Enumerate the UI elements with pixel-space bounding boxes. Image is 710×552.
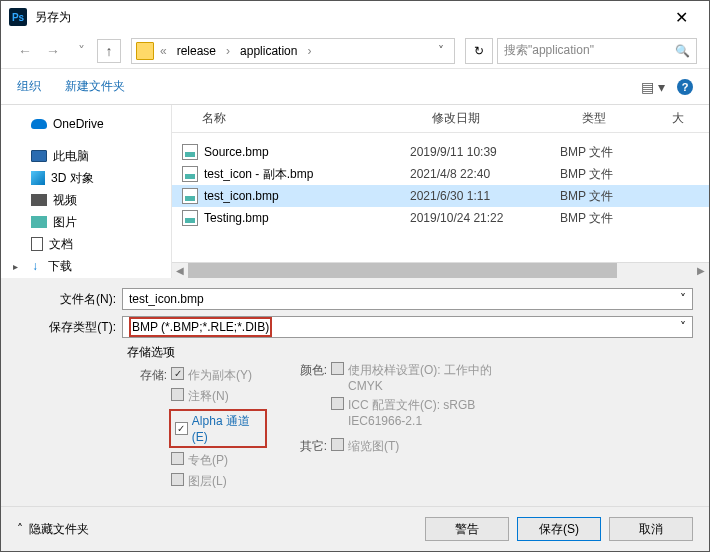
- up-button[interactable]: ↑: [97, 39, 121, 63]
- titlebar: Ps 另存为 ✕: [1, 1, 709, 33]
- video-icon: [31, 194, 47, 206]
- file-pane: 名称 修改日期 类型 大 Source.bmp 2019/9/11 10:39 …: [171, 105, 709, 278]
- filetype-label: 保存类型(T):: [17, 319, 122, 336]
- scroll-left[interactable]: ◀: [172, 263, 188, 278]
- new-folder-button[interactable]: 新建文件夹: [65, 78, 125, 95]
- chevron-down-icon[interactable]: ˅: [680, 292, 686, 306]
- picture-icon: [31, 216, 47, 228]
- pc-icon: [31, 150, 47, 162]
- file-row[interactable]: Testing.bmp 2019/10/24 21:22 BMP 文件: [172, 207, 709, 229]
- sidebar-3d[interactable]: 3D 对象: [1, 167, 171, 189]
- expand-icon[interactable]: ▸: [13, 261, 18, 272]
- cube-icon: [31, 171, 45, 185]
- col-name[interactable]: 名称: [202, 110, 432, 127]
- alpha-checkbox[interactable]: [175, 422, 188, 435]
- breadcrumb-item[interactable]: application: [236, 42, 301, 60]
- dialog-title: 另存为: [35, 9, 661, 26]
- as-copy-checkbox: [171, 367, 184, 380]
- form-area: 文件名(N): test_icon.bmp ˅ 保存类型(T): BMP (*.…: [1, 278, 709, 506]
- col-type[interactable]: 类型: [582, 110, 672, 127]
- recent-dropdown[interactable]: ˅: [69, 39, 93, 63]
- sidebar-documents[interactable]: 文档: [1, 233, 171, 255]
- folder-icon: [136, 42, 154, 60]
- bmp-icon: [182, 144, 198, 160]
- sidebar-onedrive[interactable]: OneDrive: [1, 113, 171, 135]
- bmp-icon: [182, 210, 198, 226]
- sidebar-thispc[interactable]: 此电脑: [1, 145, 171, 167]
- close-button[interactable]: ✕: [661, 8, 701, 27]
- sidebar: OneDrive 此电脑 3D 对象 视频 图片 文档 ▸↓下载: [1, 105, 171, 278]
- breadcrumb[interactable]: « release › application › ˅: [131, 38, 455, 64]
- scroll-right[interactable]: ▶: [693, 263, 709, 278]
- spot-checkbox: [171, 452, 184, 465]
- forward-button: →: [41, 39, 65, 63]
- scroll-thumb[interactable]: [188, 263, 617, 278]
- bmp-icon: [182, 188, 198, 204]
- icc-checkbox: [331, 397, 344, 410]
- filename-input[interactable]: test_icon.bmp ˅: [122, 288, 693, 310]
- download-icon: ↓: [28, 259, 42, 273]
- notes-checkbox: [171, 388, 184, 401]
- column-headers: 名称 修改日期 类型 大: [172, 105, 709, 133]
- chevron-down-icon[interactable]: ˅: [432, 44, 450, 58]
- hide-folders-toggle[interactable]: ˄ 隐藏文件夹: [17, 521, 89, 538]
- search-placeholder: 搜索"application": [504, 42, 594, 59]
- search-icon[interactable]: 🔍: [675, 44, 690, 58]
- layers-checkbox: [171, 473, 184, 486]
- refresh-button[interactable]: ↻: [465, 38, 493, 64]
- document-icon: [31, 237, 43, 251]
- col-size[interactable]: 大: [672, 110, 692, 127]
- save-button[interactable]: 保存(S): [517, 517, 601, 541]
- horizontal-scrollbar[interactable]: ◀ ▶: [172, 262, 709, 278]
- filetype-select[interactable]: BMP (*.BMP;*.RLE;*.DIB) ˅: [122, 316, 693, 338]
- warn-button[interactable]: 警告: [425, 517, 509, 541]
- sidebar-pictures[interactable]: 图片: [1, 211, 171, 233]
- sidebar-downloads[interactable]: ▸↓下载: [1, 255, 171, 277]
- bmp-icon: [182, 166, 198, 182]
- help-button[interactable]: ?: [677, 79, 693, 95]
- view-options-button[interactable]: ▤ ▾: [641, 79, 665, 95]
- file-row-selected[interactable]: test_icon.bmp 2021/6/30 1:11 BMP 文件: [172, 185, 709, 207]
- proof-checkbox: [331, 362, 344, 375]
- cancel-button[interactable]: 取消: [609, 517, 693, 541]
- col-date[interactable]: 修改日期: [432, 110, 582, 127]
- filename-label: 文件名(N):: [17, 291, 122, 308]
- breadcrumb-item[interactable]: release: [173, 42, 220, 60]
- organize-menu[interactable]: 组织: [17, 78, 41, 95]
- file-row[interactable]: Source.bmp 2019/9/11 10:39 BMP 文件: [172, 141, 709, 163]
- filetype-highlight: BMP (*.BMP;*.RLE;*.DIB): [129, 317, 272, 337]
- back-button[interactable]: ←: [13, 39, 37, 63]
- file-row[interactable]: test_icon - 副本.bmp 2021/4/8 22:40 BMP 文件: [172, 163, 709, 185]
- toolbar: 组织 新建文件夹 ▤ ▾ ?: [1, 69, 709, 105]
- sidebar-video[interactable]: 视频: [1, 189, 171, 211]
- breadcrumb-overflow[interactable]: «: [156, 44, 171, 58]
- photoshop-icon: Ps: [9, 8, 27, 26]
- thumbnail-checkbox: [331, 438, 344, 451]
- chevron-down-icon[interactable]: ˅: [680, 320, 686, 334]
- cloud-icon: [31, 119, 47, 129]
- footer: ˄ 隐藏文件夹 警告 保存(S) 取消: [1, 506, 709, 551]
- save-options-title: 存储选项: [127, 344, 267, 361]
- chevron-right-icon: ›: [303, 44, 315, 58]
- chevron-right-icon: ›: [222, 44, 234, 58]
- explorer: OneDrive 此电脑 3D 对象 视频 图片 文档 ▸↓下载 名称 修改日期…: [1, 105, 709, 278]
- nav-bar: ← → ˅ ↑ « release › application › ˅ ↻ 搜索…: [1, 33, 709, 69]
- alpha-highlight: Alpha 通道(E): [169, 409, 267, 448]
- chevron-up-icon: ˄: [17, 522, 23, 536]
- search-input[interactable]: 搜索"application" 🔍: [497, 38, 697, 64]
